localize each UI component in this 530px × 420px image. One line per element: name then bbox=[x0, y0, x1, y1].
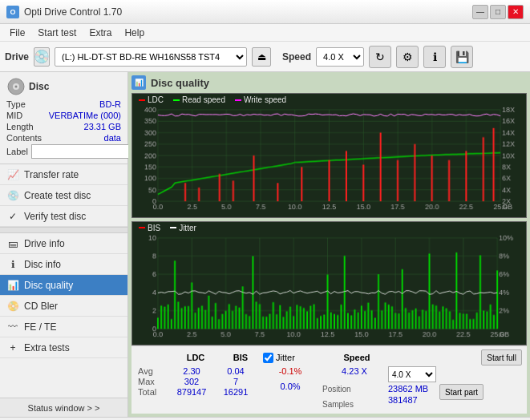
max-jitter: 0.0% bbox=[258, 382, 322, 396]
sidebar-item-transfer-rate[interactable]: 📈 Transfer rate bbox=[0, 164, 127, 185]
chart-ldc: LDC Read speed Write speed bbox=[131, 93, 527, 218]
total-label: Total bbox=[136, 387, 168, 397]
position-label: Position bbox=[322, 385, 351, 394]
menu-bar: File Start test Extra Help bbox=[0, 24, 530, 42]
maximize-button[interactable]: □ bbox=[490, 5, 506, 19]
sidebar-item-label-disc-info: Disc info bbox=[24, 259, 61, 270]
transfer-rate-icon: 📈 bbox=[6, 168, 19, 181]
chart-bis: BIS Jitter bbox=[131, 221, 527, 346]
disc-mid-label: MID bbox=[6, 111, 22, 120]
legend-ldc-label: LDC bbox=[148, 95, 164, 104]
label-input[interactable] bbox=[31, 144, 138, 159]
window-controls[interactable]: — □ ✕ bbox=[472, 5, 524, 19]
disc-contents-row: Contents data bbox=[6, 133, 121, 143]
sidebar-item-verify-test-disc[interactable]: ✓ Verify test disc bbox=[0, 206, 127, 227]
disc-type-label: Type bbox=[6, 99, 26, 109]
samples-value: 381487 bbox=[388, 395, 436, 405]
menu-extra[interactable]: Extra bbox=[83, 26, 118, 40]
legend-read-dot bbox=[173, 99, 180, 101]
status-window-button[interactable]: Status window > > bbox=[0, 398, 127, 417]
disc-type-row: Type BD-R bbox=[6, 99, 121, 109]
disc-length-value: 23.31 GB bbox=[84, 122, 121, 131]
label-row: Label ✏ bbox=[6, 144, 121, 159]
legend-write-label: Write speed bbox=[244, 95, 286, 104]
disc-info-icon: ℹ bbox=[6, 258, 19, 271]
sidebar-item-create-test-disc[interactable]: 💿 Create test disc bbox=[0, 185, 127, 206]
legend-bis-dot bbox=[139, 227, 145, 228]
disc-mid-value: VERBATIMe (000) bbox=[49, 111, 121, 120]
sidebar-item-label-verify-test: Verify test disc bbox=[24, 211, 86, 222]
speed-select[interactable]: 4.0 X bbox=[316, 47, 364, 67]
disc-quality-icon: 📊 bbox=[6, 279, 19, 292]
refresh-button[interactable]: ↻ bbox=[369, 46, 391, 68]
legend-bis-label: BIS bbox=[148, 224, 160, 232]
menu-help[interactable]: Help bbox=[118, 26, 151, 40]
sidebar-item-label-cd-bler: CD Bler bbox=[24, 301, 58, 312]
sidebar-item-drive-info[interactable]: 🖴 Drive info bbox=[0, 233, 127, 254]
disc-contents-value: data bbox=[104, 133, 121, 143]
content-header: 📊 Disc quality bbox=[131, 75, 527, 90]
legend-jitter: Jitter bbox=[170, 224, 196, 232]
legend-bis: BIS bbox=[139, 224, 160, 232]
start-full-button[interactable]: Start full bbox=[481, 349, 522, 365]
avg-speed: 4.23 X bbox=[322, 366, 386, 381]
cd-bler-icon: 📀 bbox=[6, 300, 19, 313]
menu-start-test[interactable]: Start test bbox=[31, 26, 83, 40]
disc-length-row: Length 23.31 GB bbox=[6, 122, 121, 131]
start-buttons-col: Start part bbox=[439, 366, 483, 400]
disc-type-value: BD-R bbox=[99, 99, 121, 109]
sidebar-item-disc-quality[interactable]: 📊 Disc quality bbox=[0, 275, 127, 296]
samples-row: Samples bbox=[322, 397, 386, 411]
stats-area: LDC BIS Jitter Speed Start full Avg 2.30… bbox=[131, 345, 527, 414]
chart2-canvas bbox=[132, 222, 526, 345]
total-jitter bbox=[258, 397, 322, 411]
disc-icon bbox=[6, 77, 26, 96]
total-ldc: 879147 bbox=[169, 387, 214, 397]
position-value: 23862 MB bbox=[388, 384, 436, 394]
app-icon: O bbox=[6, 6, 19, 18]
legend-jitter-dot bbox=[170, 227, 176, 228]
sidebar-item-label-drive-info: Drive info bbox=[24, 238, 65, 249]
label-label: Label bbox=[6, 147, 28, 156]
sidebar-item-disc-info[interactable]: ℹ Disc info bbox=[0, 254, 127, 275]
jitter-label: Jitter bbox=[276, 353, 295, 362]
menu-file[interactable]: File bbox=[3, 26, 31, 40]
app-title: Opti Drive Control 1.70 bbox=[24, 6, 122, 18]
create-test-icon: 💿 bbox=[6, 189, 19, 202]
minimize-button[interactable]: — bbox=[472, 5, 488, 19]
content-title: Disc quality bbox=[151, 77, 209, 89]
avg-bis: 0.04 bbox=[215, 366, 257, 376]
disc-length-label: Length bbox=[6, 122, 34, 131]
save-button[interactable]: 💾 bbox=[451, 46, 473, 68]
speed-dropdown[interactable]: 4.0 X bbox=[388, 366, 436, 382]
close-button[interactable]: ✕ bbox=[508, 5, 524, 19]
sidebar-item-cd-bler[interactable]: 📀 CD Bler bbox=[0, 296, 127, 317]
sidebar-item-label-transfer-rate: Transfer rate bbox=[24, 169, 79, 180]
jitter-checkbox[interactable] bbox=[263, 353, 273, 363]
settings-button[interactable]: ⚙ bbox=[396, 46, 419, 68]
legend-ldc: LDC bbox=[139, 95, 164, 104]
stats-header-row: LDC BIS Jitter Speed Start full bbox=[136, 349, 522, 366]
legend-write-dot bbox=[235, 99, 241, 101]
nav-divider-1 bbox=[0, 227, 127, 233]
spacer-btn bbox=[439, 366, 483, 382]
avg-jitter: -0.1% bbox=[258, 366, 322, 381]
eject-button[interactable]: ⏏ bbox=[252, 47, 271, 67]
sidebar-item-fe-te[interactable]: 〰 FE / TE bbox=[0, 317, 127, 337]
content-area: 📊 Disc quality LDC Read speed bbox=[128, 72, 530, 417]
start-part-button[interactable]: Start part bbox=[439, 384, 483, 400]
stats-right-col: 4.0 X 23862 MB 381487 bbox=[388, 366, 436, 405]
disc-title: Disc bbox=[29, 81, 49, 92]
progress-area: Test completed 100.0% 13:23 bbox=[0, 417, 530, 420]
fe-te-icon: 〰 bbox=[6, 321, 19, 333]
drive-select[interactable]: (L:) HL-DT-ST BD-RE WH16NS58 TST4 bbox=[55, 47, 247, 67]
max-bis: 7 bbox=[215, 377, 257, 386]
legend-ldc-dot bbox=[139, 99, 145, 101]
total-bis: 16291 bbox=[215, 387, 257, 397]
sidebar-item-extra-tests[interactable]: + Extra tests bbox=[0, 337, 127, 358]
jitter-check-area: Jitter bbox=[263, 353, 335, 363]
info-button[interactable]: ℹ bbox=[423, 46, 446, 68]
svg-point-2 bbox=[15, 86, 18, 88]
verify-test-icon: ✓ bbox=[6, 210, 19, 223]
max-ldc: 302 bbox=[169, 377, 214, 386]
